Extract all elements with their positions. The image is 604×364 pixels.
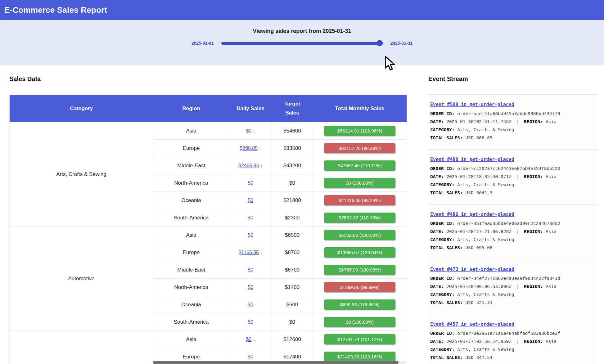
daily-sales-cell: $0 [229,313,272,331]
total-monthly-sales-cell: $1399.86 (99.99%) [313,279,407,296]
category-label: CATEGORY: [430,237,455,242]
daily-sales-link[interactable]: $2465.96 [238,163,259,168]
daily-sales-link[interactable]: $0 [248,267,253,272]
daily-sales-link[interactable]: $0 [248,198,253,203]
daily-sales-link[interactable]: $0 [248,215,253,220]
event-item: Event #486 in $et-order-placed ORDER ID:… [428,204,597,259]
total-sales-label: TOTAL SALES: [430,135,463,140]
total-monthly-sales-cell: $12741.74 (101.12%) [313,331,407,348]
category-value: Arts, Crafts & Sewing [457,347,514,352]
region-value: Asia [546,229,557,234]
order-id-label: ORDER ID: [430,111,455,116]
daily-sales-link[interactable]: $0 [246,128,251,133]
event-list: Event #508 in $et-order-placed ORDER ID:… [428,94,597,364]
region-cell: Europe [153,244,229,261]
target-sales-cell: $6500 [272,227,313,244]
event-link[interactable]: Event #457 in $et-order-placed [430,320,514,328]
table-header-row: Category Region Daily Sales Target Sales… [10,95,407,122]
table-row: Asia $0↓ $12600 $12741.74 (101.12%) [10,331,407,348]
separator: | [516,119,519,124]
event-date-line: DATE: 2025-01-28T18:35:40.071Z | REGION:… [430,173,596,181]
column-header-category: Category [10,95,153,122]
total-monthly-sales-cell: $6532.68 (100.50%) [313,227,407,244]
date-label: DATE: [430,119,444,124]
total-monthly-sales-cell: $47567.46 (110.11%) [313,157,407,174]
monthly-sales-badge: $6765.99 (100.98%) [324,265,395,275]
region-value: Asia [546,284,557,289]
table-row: Automotive Asia $0 $6500 $6532.68 (100.5… [10,227,407,244]
event-total-line: TOTAL SALES: USD 521.31 [430,299,596,307]
region-cell: Asia [153,227,229,244]
category-cell: Automotive [10,227,153,331]
horizontal-scrollbar[interactable] [153,361,406,364]
daily-sales-link[interactable]: $0 [248,319,253,325]
daily-sales-link[interactable]: $0 [248,232,253,238]
monthly-sales-badge: $56214.91 (102.96%) [324,126,395,136]
total-monthly-sales-cell: $21416.46 (98.24%) [313,192,407,209]
event-category-line: CATEGORY: Arts, Crafts & Sewing [430,236,596,244]
event-date-line: DATE: 2025-01-28T17:21:06.828Z | REGION:… [430,227,596,236]
event-link[interactable]: Event #473 in $et-order-placed [430,265,514,273]
order-id-label: ORDER ID: [430,166,455,171]
event-link[interactable]: Event #486 in $et-order-placed [430,210,514,218]
target-sales-cell: $1400 [272,279,313,296]
total-sales-value: USD 521.31 [466,300,493,305]
event-order-line: ORDER ID: order-34ef277c862e4a3eaaf903cc… [430,274,596,282]
daily-sales-link[interactable]: $0 [248,302,253,307]
horizontal-scrollbar-thumb[interactable] [153,361,399,364]
event-link[interactable]: Event #488 in $et-order-placed [430,155,514,164]
monthly-sales-badge: $699.93 (116.66%) [324,299,395,310]
region-label: REGION: [524,284,543,289]
region-cell: South-America [153,209,229,227]
date-label: DATE: [430,174,444,179]
slider-row: 2025-01-01 2025-01-31 [0,41,604,46]
event-date-line: DATE: 2025-01-27T02:58:14.959Z | REGION:… [430,337,596,345]
target-sales-cell: $8700 [272,244,313,261]
order-id-value: order-cc20237cc62443ee87ab4e354f8db220 [457,166,560,171]
region-cell: Oceania [153,192,229,209]
daily-sales-link[interactable]: $1166.55 [238,250,259,255]
event-category-line: CATEGORY: Arts, Crafts & Sewing [430,126,596,134]
event-link[interactable]: Event #508 in $et-order-placed [430,101,514,109]
event-order-line: ORDER ID: order-3b1faad35bde4e06ad99c2c2… [430,219,596,227]
total-monthly-sales-cell: $10965.57 (126.04%) [313,244,407,261]
daily-sales-link[interactable]: $868.85 [240,146,258,151]
column-header-region: Region [153,95,229,122]
category-value: Arts, Crafts & Sewing [457,182,514,187]
trend-arrow-icon: ↓ [253,128,255,133]
app-header: E-Commerce Sales Report [0,0,604,20]
daily-sales-link[interactable]: $0 [248,354,253,359]
daily-sales-link[interactable]: $0 [248,180,253,186]
total-sales-value: USD 868.85 [466,135,493,140]
slider-max-label: 2025-01-31 [390,41,413,46]
region-label: REGION: [524,339,543,344]
daily-sales-link[interactable]: $0 [248,285,253,290]
region-label: REGION: [524,174,543,179]
separator: | [516,339,519,344]
total-sales-value: USD 3641.3 [466,190,493,195]
daily-sales-link[interactable]: $0 [246,337,251,342]
total-monthly-sales-cell: $2532.32 (110.10%) [313,209,407,227]
separator: | [516,284,519,289]
category-value: Arts, Crafts & Sewing [457,127,514,132]
slider-title: Viewing sales report from 2025-01-31 [0,20,604,34]
category-value: Arts, Crafts & Sewing [457,237,514,242]
total-sales-value: USD 347.54 [466,355,493,360]
region-cell: Asia [153,331,229,348]
category-cell [10,331,153,364]
order-id-label: ORDER ID: [430,276,455,281]
sales-table: Category Region Daily Sales Target Sales… [9,95,407,364]
total-monthly-sales-cell: $82157.26 (98.39%) [313,140,407,157]
trend-arrow-icon: ↑ [260,250,263,255]
region-cell: Middle-East [153,157,229,174]
date-value: 2025-01-27T02:58:14.959Z [446,339,512,344]
separator: | [516,174,519,179]
date-slider[interactable] [221,42,383,45]
monthly-sales-badge: $21429.29 (123.16%) [324,352,395,362]
category-label: CATEGORY: [430,347,455,352]
event-order-line: ORDER ID: order-cc20237cc62443ee87ab4e35… [430,164,596,173]
region-cell: Oceania [153,296,229,313]
event-item: Event #508 in $et-order-placed ORDER ID:… [428,95,597,150]
event-total-line: TOTAL SALES: USD 3641.3 [430,189,596,197]
slider-thumb[interactable] [376,40,383,46]
